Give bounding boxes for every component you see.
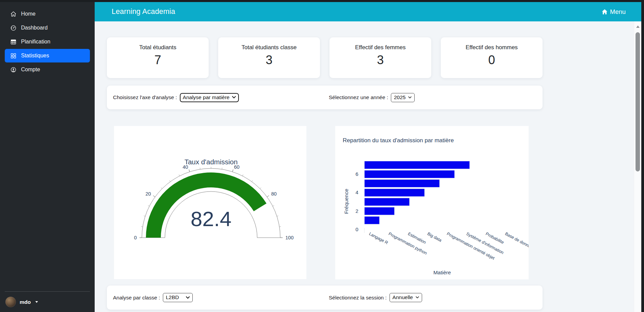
- svg-text:Big data: Big data: [427, 231, 442, 243]
- app-root: Home Dashboard Planification Statistique…: [0, 0, 644, 312]
- class-filter-group: Analyse par classe : L2BD: [113, 293, 193, 302]
- session-select[interactable]: Annuelle: [390, 293, 422, 302]
- svg-text:Repartition du taux d'admissio: Repartition du taux d'admission par mati…: [343, 137, 454, 144]
- card-effectif-hommes: Effectif des hommes 0: [441, 37, 543, 78]
- card-title: Total étudiants classe: [218, 44, 320, 51]
- house-icon: [10, 11, 16, 17]
- sidebar-item-dashboard[interactable]: Dashboard: [5, 21, 90, 35]
- axis-filter-label: Choisissez l'axe d'analyse :: [113, 94, 177, 100]
- svg-text:Taux d'admission: Taux d'admission: [185, 158, 238, 166]
- card-title: Effectif des femmes: [329, 44, 431, 51]
- scrollbar-thumb[interactable]: [636, 32, 640, 171]
- main-area: Learning Academia Menu Total étudiants 7…: [95, 2, 641, 312]
- svg-text:0: 0: [356, 226, 358, 232]
- bar-chart-panel[interactable]: Repartition du taux d'admission par mati…: [335, 126, 529, 279]
- axis-select-value: Analyse par matière: [183, 94, 230, 100]
- svg-text:40: 40: [183, 164, 188, 170]
- svg-text:80: 80: [271, 191, 277, 197]
- card-total-etudiants: Total étudiants 7: [107, 37, 209, 78]
- user-name: mdo: [20, 299, 31, 305]
- grid-icon: [10, 53, 16, 59]
- menu-label: Menu: [610, 8, 626, 16]
- svg-text:6: 6: [356, 171, 358, 177]
- sidebar-item-label: Home: [21, 11, 36, 17]
- filters-top-card: Choisissez l'axe d'analyse : Analyse par…: [107, 86, 543, 109]
- chevron-down-icon: [408, 96, 412, 98]
- session-select-value: Annuelle: [393, 294, 413, 300]
- svg-text:Fréquence: Fréquence: [343, 189, 349, 214]
- sidebar-item-label: Compte: [21, 67, 40, 73]
- sidebar: Home Dashboard Planification Statistique…: [0, 2, 95, 312]
- year-select-value: 2025: [394, 94, 405, 100]
- class-filter-label: Analyse par classe :: [113, 295, 160, 301]
- card-value: 0: [441, 53, 543, 67]
- sidebar-item-planification[interactable]: Planification: [5, 35, 90, 49]
- svg-text:0: 0: [134, 235, 137, 240]
- sidebar-item-label: Planification: [21, 39, 50, 45]
- speedometer-icon: [10, 25, 16, 31]
- person-circle-icon: [10, 67, 16, 73]
- session-filter-group: Sélectionnez la session : Annuelle: [329, 293, 422, 302]
- svg-text:20: 20: [146, 191, 151, 197]
- card-value: 7: [107, 53, 209, 67]
- sidebar-item-label: Dashboard: [21, 25, 48, 31]
- svg-text:Langage R: Langage R: [368, 231, 389, 245]
- svg-text:100: 100: [285, 235, 293, 240]
- bar-chart[interactable]: Repartition du taux d'admission par mati…: [335, 126, 529, 279]
- axis-select[interactable]: Analyse par matière: [180, 93, 239, 102]
- card-title: Effectif des hommes: [441, 44, 543, 51]
- card-value: 3: [329, 53, 431, 67]
- menu-link[interactable]: Menu: [602, 8, 626, 16]
- sidebar-item-compte[interactable]: Compte: [5, 63, 90, 76]
- gauge-chart-panel[interactable]: Taux d'admission02040608010082.4: [114, 126, 306, 279]
- svg-text:Matière: Matière: [433, 270, 451, 275]
- chevron-down-icon: [232, 96, 236, 98]
- gauge-chart[interactable]: Taux d'admission02040608010082.4: [114, 126, 306, 279]
- card-value: 3: [218, 53, 320, 67]
- session-filter-label: Sélectionnez la session :: [329, 295, 387, 301]
- class-select[interactable]: L2BD: [163, 293, 193, 302]
- vertical-scrollbar[interactable]: [634, 21, 641, 312]
- filters-bottom-card: Analyse par classe : L2BD Sélectionnez l…: [107, 286, 543, 310]
- axis-filter-group: Choisissez l'axe d'analyse : Analyse par…: [113, 93, 239, 102]
- year-select[interactable]: 2025: [391, 93, 415, 102]
- svg-text:Base de données: Base de données: [504, 231, 529, 251]
- svg-text:60: 60: [234, 164, 240, 170]
- app-title: Learning Academia: [112, 7, 175, 16]
- svg-text:2: 2: [356, 208, 358, 214]
- user-menu[interactable]: mdo: [5, 297, 89, 307]
- window-frame-top: [0, 0, 644, 2]
- chevron-down-icon: [186, 296, 190, 299]
- charts-row: Taux d'admission02040608010082.4 Reparti…: [107, 126, 543, 279]
- class-select-value: L2BD: [166, 294, 179, 300]
- stat-cards-row: Total étudiants 7 Total étudiants classe…: [107, 21, 543, 78]
- table-icon: [10, 39, 16, 45]
- sidebar-item-home[interactable]: Home: [5, 7, 90, 21]
- content: Total étudiants 7 Total étudiants classe…: [95, 21, 641, 312]
- svg-text:82.4: 82.4: [191, 207, 232, 231]
- avatar: [5, 297, 16, 307]
- chevron-down-icon: [35, 301, 38, 303]
- sidebar-footer: mdo: [5, 291, 90, 312]
- svg-text:4: 4: [356, 189, 358, 195]
- chevron-down-icon: [416, 296, 419, 298]
- home-icon: [602, 9, 608, 15]
- card-title: Total étudiants: [107, 44, 209, 51]
- sidebar-item-statistiques[interactable]: Statistiques: [5, 49, 90, 62]
- top-navbar: Learning Academia Menu: [95, 2, 641, 21]
- sidebar-item-label: Statistiques: [21, 53, 49, 59]
- card-effectif-femmes: Effectif des femmes 3: [329, 37, 431, 78]
- year-filter-label: Sélectionnez une année :: [329, 94, 388, 100]
- window-frame-right: [641, 0, 644, 312]
- year-filter-group: Sélectionnez une année : 2025: [329, 93, 415, 102]
- scroll-up-arrow[interactable]: [636, 25, 640, 28]
- card-total-etudiants-classe: Total étudiants classe 3: [218, 37, 320, 78]
